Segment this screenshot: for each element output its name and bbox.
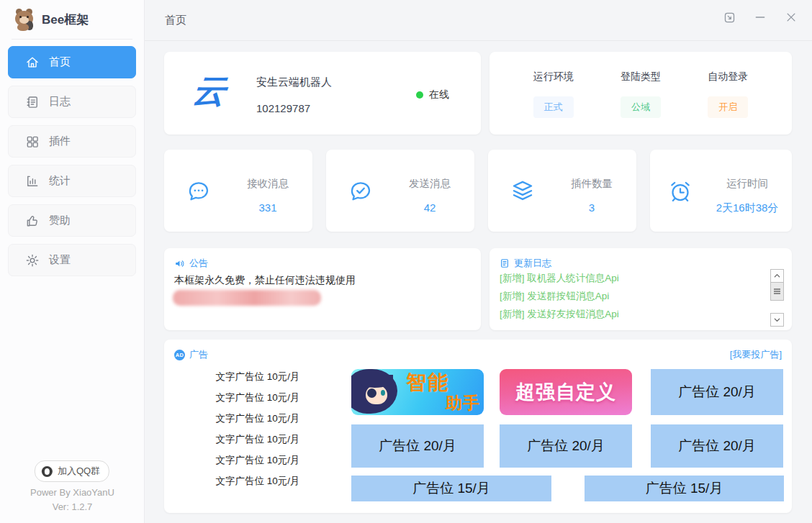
text-ad-column: 文字广告位 10元/月 文字广告位 10元/月 文字广告位 10元/月 文字广告… <box>181 370 334 488</box>
ad-slot-20[interactable]: 广告位 20/月 <box>651 424 783 468</box>
sidebar-item-label: 赞助 <box>49 214 71 227</box>
ad-slot-20[interactable]: 广告位 20/月 <box>351 424 484 468</box>
changelog-entry: [新增] 发送群按钮消息Api <box>500 290 609 303</box>
close-button[interactable] <box>785 11 798 24</box>
sidebar-item-label: 统计 <box>49 174 71 188</box>
announcement-title: 公告 <box>189 257 208 270</box>
layers-icon <box>510 178 536 204</box>
changelog-header: 更新日志 <box>500 257 551 270</box>
sidebar-item-label: 首页 <box>49 55 71 69</box>
sidebar-item-plugins[interactable]: 插件 <box>8 125 136 158</box>
thumbs-up-icon <box>25 214 40 228</box>
journal-icon <box>25 95 40 109</box>
ad-badge-icon: AD <box>174 350 185 360</box>
sidebar-item-sponsor[interactable]: 赞助 <box>8 204 136 237</box>
env-value-badge: 开启 <box>708 96 748 118</box>
gear-icon <box>25 253 40 268</box>
scroll-down-button[interactable] <box>770 313 784 327</box>
home-icon <box>25 55 40 70</box>
powered-by-text: Power By XiaoYanU <box>0 487 145 498</box>
window-controls <box>723 11 798 24</box>
ads-title: 广告 <box>189 348 208 361</box>
env-value-badge: 公域 <box>621 96 661 118</box>
super-custom-ad-banner[interactable]: 超强自定义 <box>500 369 632 415</box>
sidebar-nav: 首页 日志 插件 统计 赞助 设置 <box>0 46 144 276</box>
environment-card: 运行环境 正式 登陆类型 公域 自动登录 开启 <box>490 52 792 135</box>
text-ad-slot[interactable]: 文字广告位 10元/月 <box>181 391 334 404</box>
banner-text-line1: 智能 <box>406 369 449 396</box>
header-bar: 首页 <box>145 0 812 41</box>
plugins-icon <box>25 135 40 149</box>
ad-slot-20[interactable]: 广告位 20/月 <box>500 424 632 468</box>
scroll-up-button[interactable] <box>770 269 784 283</box>
sidebar: Bee框架 首页 日志 插件 统计 赞助 设置 加入QQ群 Pow <box>0 0 145 523</box>
text-ad-slot[interactable]: 文字广告位 10元/月 <box>181 370 334 383</box>
ad-slot-15[interactable]: 广告位 15/月 <box>585 476 784 501</box>
stat-card-uptime: 运行时间 2天16时38分 <box>650 150 792 232</box>
stats-icon <box>25 174 40 188</box>
robot-status: 在线 <box>416 88 449 101</box>
changelog-entry: [新增] 取机器人统计信息Api <box>500 272 619 285</box>
alarm-clock-icon <box>667 178 693 204</box>
stat-card-received: 接收消息 331 <box>164 150 312 232</box>
env-label: 登陆类型 <box>621 71 661 83</box>
ad-slot-15[interactable]: 广告位 15/月 <box>351 476 551 501</box>
sidebar-item-logs[interactable]: 日志 <box>8 86 136 118</box>
changelog-card: 更新日志 [新增] 取机器人统计信息Api [新增] 发送群按钮消息Api [新… <box>490 248 792 330</box>
tray-arrow-icon <box>723 12 736 24</box>
stat-value: 42 <box>395 201 464 214</box>
announcement-header: 公告 <box>174 257 208 270</box>
smart-assistant-ad-banner[interactable]: 智能 助手 <box>351 369 484 415</box>
stat-value: 331 <box>233 201 302 214</box>
join-qq-group-button[interactable]: 加入QQ群 <box>35 460 109 482</box>
minimize-button[interactable] <box>754 11 767 24</box>
env-value-badge: 正式 <box>533 96 574 118</box>
app-title: Bee框架 <box>42 12 89 28</box>
document-icon <box>500 258 510 268</box>
online-status-label: 在线 <box>429 88 449 101</box>
minimize-to-tray-button[interactable] <box>723 12 736 24</box>
text-ad-slot[interactable]: 文字广告位 10元/月 <box>181 433 334 446</box>
sidebar-item-settings[interactable]: 设置 <box>8 244 136 276</box>
sidebar-divider <box>12 39 132 40</box>
bear-logo-icon <box>14 8 35 31</box>
announcement-text: 本框架永久免费，禁止任何违法违规使用 <box>174 274 356 287</box>
sidebar-item-home[interactable]: 首页 <box>8 46 136 78</box>
stat-label: 发送消息 <box>395 177 464 191</box>
page-title: 首页 <box>165 14 186 27</box>
online-status-dot <box>416 91 423 99</box>
env-label: 自动登录 <box>708 71 748 83</box>
stat-card-sent: 发送消息 42 <box>326 150 474 232</box>
chat-dots-icon <box>186 178 212 204</box>
chat-check-icon <box>348 178 374 204</box>
text-ad-slot[interactable]: 文字广告位 10元/月 <box>181 475 334 488</box>
env-col-login-type: 登陆类型 公域 <box>621 71 661 118</box>
scrollbar-thumb[interactable] <box>770 283 784 301</box>
sidebar-item-stats[interactable]: 统计 <box>8 165 136 197</box>
banner-text: 超强自定义 <box>515 379 616 405</box>
sidebar-item-label: 日志 <box>49 95 71 109</box>
stat-card-plugins: 插件数量 3 <box>488 150 636 232</box>
text-ad-slot[interactable]: 文字广告位 10元/月 <box>181 454 334 467</box>
close-icon <box>785 11 798 24</box>
changelog-title: 更新日志 <box>514 257 551 270</box>
cloud-robot-logo: 云 <box>191 72 227 109</box>
sidebar-item-label: 插件 <box>49 135 71 148</box>
ad-slot-20[interactable]: 广告位 20/月 <box>651 369 783 415</box>
env-label: 运行环境 <box>533 71 574 83</box>
changelog-entry: [新增] 发送好友按钮消息Api <box>500 308 619 321</box>
ads-header: AD 广告 <box>174 348 208 361</box>
sidebar-item-label: 设置 <box>49 253 71 267</box>
changelog-scrollbar[interactable] <box>770 269 784 327</box>
robot-name: 安生云端机器人 <box>256 76 332 89</box>
eyepatch <box>367 388 376 398</box>
stat-label: 运行时间 <box>708 177 787 191</box>
robot-info-card: 云 安生云端机器人 102129787 在线 <box>164 52 481 135</box>
banner-text-line2: 助手 <box>446 392 480 414</box>
minimize-icon <box>754 11 767 24</box>
app-logo-row: Bee框架 <box>0 0 144 38</box>
place-ad-link[interactable]: [我要投广告] <box>730 348 782 361</box>
text-ad-slot[interactable]: 文字广告位 10元/月 <box>181 412 334 425</box>
thumb-grip <box>774 291 780 292</box>
env-col-autologin: 自动登录 开启 <box>708 71 748 118</box>
